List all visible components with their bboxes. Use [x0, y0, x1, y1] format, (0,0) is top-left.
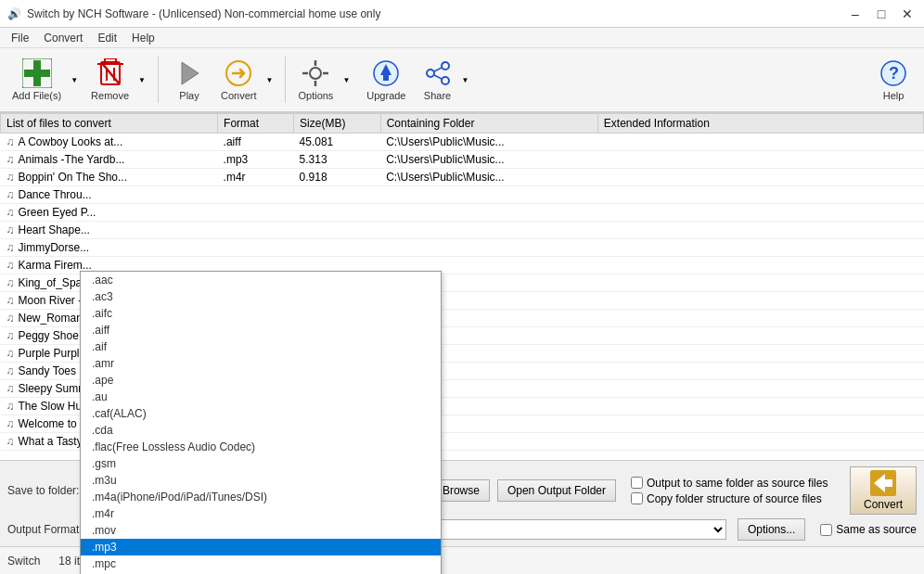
output-same-folder-row[interactable]: Output to same folder as source files — [631, 477, 835, 490]
dropdown-item[interactable]: .m4r — [81, 505, 441, 522]
col-format: Format — [218, 114, 294, 134]
title-bar-left: 🔊 Switch by NCH Software - (Unlicensed) … — [7, 7, 380, 20]
file-info-cell — [597, 169, 923, 186]
file-folder-cell — [380, 186, 597, 204]
app-icon: 🔊 — [7, 7, 21, 20]
table-row[interactable]: ♫Green Eyed P... — [1, 204, 924, 222]
convert-arrow[interactable]: ▼ — [262, 52, 278, 108]
table-row[interactable]: ♫Boppin' On The Sho... .m4r 0.918 C:\Use… — [1, 169, 924, 186]
dropdown-item[interactable]: .gsm — [81, 455, 441, 472]
table-row[interactable]: ♫Heart Shape... — [1, 222, 924, 239]
share-button[interactable]: Share ▼ — [418, 52, 474, 108]
upgrade-label: Upgrade — [366, 90, 405, 101]
table-row[interactable]: ♫Animals -The Yardb... .mp3 5.313 C:\Use… — [1, 151, 924, 169]
svg-point-19 — [442, 62, 449, 70]
add-icon — [22, 58, 52, 88]
menu-bar: File Convert Edit Help — [0, 28, 924, 48]
format-options-button[interactable]: Options... — [738, 518, 805, 541]
dropdown-item[interactable]: .ac3 — [81, 288, 441, 305]
convert-button[interactable]: Convert ▼ — [216, 52, 277, 108]
app-name: Switch — [7, 555, 40, 568]
help-icon: ? — [879, 58, 908, 88]
same-as-source-row[interactable]: Same as source — [820, 523, 917, 536]
file-format-cell: .aiff — [218, 134, 294, 151]
file-size-cell — [294, 239, 381, 257]
add-files-button[interactable]: Add File(s) ▼ — [7, 52, 83, 108]
dropdown-item[interactable]: .caf(ALAC) — [81, 405, 441, 422]
content-area: List of files to convert Format Size(MB)… — [0, 113, 924, 546]
minimize-button[interactable]: – — [846, 5, 865, 23]
copy-folder-checkbox[interactable] — [631, 492, 643, 504]
dropdown-item[interactable]: .mp3 — [81, 539, 441, 555]
file-info-cell — [597, 415, 923, 433]
svg-line-22 — [434, 68, 442, 71]
dropdown-item[interactable]: .aac — [81, 272, 441, 288]
dropdown-item[interactable]: .cda — [81, 422, 441, 439]
same-as-source-checkbox[interactable] — [820, 524, 832, 536]
add-files-label: Add File(s) — [12, 90, 61, 101]
file-folder-cell: C:\Users\Public\Music... — [380, 151, 597, 169]
table-row[interactable]: ♫JimmyDorse... — [1, 239, 924, 257]
menu-help[interactable]: Help — [124, 30, 162, 46]
play-icon — [174, 58, 204, 88]
table-row[interactable]: ♫Dance Throu... — [1, 186, 924, 204]
dropdown-item[interactable]: .aif — [81, 338, 441, 355]
file-size-cell — [294, 186, 381, 204]
file-name-cell: ♫JimmyDorse... — [1, 239, 218, 257]
menu-edit[interactable]: Edit — [90, 30, 124, 46]
options-icon — [301, 58, 330, 88]
convert-label: Convert — [221, 90, 257, 101]
file-info-cell — [597, 222, 923, 239]
svg-point-20 — [427, 70, 434, 77]
svg-point-21 — [442, 77, 449, 84]
save-folder-label: Save to folder: — [7, 484, 91, 497]
copy-folder-row[interactable]: Copy folder structure of source files — [631, 492, 835, 505]
file-info-cell — [597, 433, 923, 451]
options-label: Options — [298, 90, 333, 101]
dropdown-item[interactable]: .m4a(iPhone/iPod/iPad/iTunes/DSI) — [81, 489, 441, 505]
add-files-arrow[interactable]: ▼ — [66, 52, 83, 108]
close-button[interactable]: ✕ — [898, 5, 917, 23]
toolbar: Add File(s) ▼ Remove ▼ — [0, 48, 924, 113]
format-dropdown[interactable]: .aac.ac3.aifc.aiff.aif.amr.ape.au.caf(AL… — [80, 271, 442, 574]
options-arrow[interactable]: ▼ — [338, 52, 354, 108]
file-info-cell — [597, 327, 923, 345]
open-output-button[interactable]: Open Output Folder — [497, 479, 616, 502]
share-arrow[interactable]: ▼ — [457, 52, 474, 108]
file-info-cell — [597, 398, 923, 415]
options-button[interactable]: Options ▼ — [293, 52, 354, 108]
remove-button[interactable]: Remove ▼ — [86, 52, 150, 108]
help-button[interactable]: ? Help — [870, 52, 917, 108]
dropdown-item[interactable]: .m3u — [81, 472, 441, 489]
dropdown-item[interactable]: .au — [81, 389, 441, 405]
dropdown-item[interactable]: .mpc — [81, 555, 441, 572]
remove-label: Remove — [91, 90, 129, 101]
file-folder-cell — [380, 222, 597, 239]
file-format-cell — [218, 222, 294, 239]
table-row[interactable]: ♫A Cowboy Looks at... .aiff 45.081 C:\Us… — [1, 134, 924, 151]
dropdown-item[interactable]: .amr — [81, 355, 441, 372]
dropdown-item[interactable]: .aifc — [81, 305, 441, 322]
file-folder-cell — [380, 239, 597, 257]
title-bar-controls: – □ ✕ — [846, 5, 917, 23]
dropdown-item[interactable]: .aiff — [81, 322, 441, 338]
output-same-folder-checkbox[interactable] — [631, 477, 643, 489]
menu-convert[interactable]: Convert — [36, 30, 90, 46]
file-size-cell — [294, 204, 381, 222]
remove-arrow[interactable]: ▼ — [134, 52, 150, 108]
dropdown-item[interactable]: .flac(Free Lossless Audio Codec) — [81, 439, 441, 455]
convert-big-button[interactable]: Convert — [850, 466, 917, 515]
upgrade-icon — [371, 58, 401, 88]
dropdown-item[interactable]: .mov — [81, 522, 441, 539]
play-button[interactable]: Play — [166, 52, 212, 108]
menu-file[interactable]: File — [4, 30, 36, 46]
file-folder-cell — [380, 204, 597, 222]
col-size: Size(MB) — [294, 114, 381, 134]
maximize-button[interactable]: □ — [872, 5, 891, 23]
file-info-cell — [597, 274, 923, 292]
dropdown-item[interactable]: .ape — [81, 372, 441, 389]
file-info-cell — [597, 151, 923, 169]
upgrade-button[interactable]: Upgrade — [358, 52, 414, 108]
file-info-cell — [597, 257, 923, 274]
file-info-cell — [597, 134, 923, 151]
